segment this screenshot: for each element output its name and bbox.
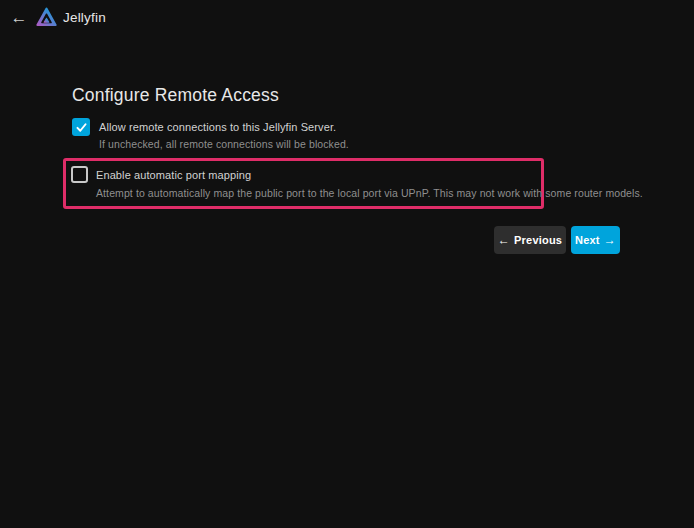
back-button[interactable]: ← (6, 5, 32, 31)
right-arrow-icon: → (604, 234, 616, 246)
previous-button[interactable]: ← Previous (494, 226, 566, 254)
remote-access-setup-page: ← Jellyfin Configure Remote Access Allow… (0, 0, 694, 528)
brand-name: Jellyfin (63, 10, 106, 25)
remote-connections-label[interactable]: Allow remote connections to this Jellyfi… (99, 121, 336, 133)
next-button[interactable]: Next → (571, 226, 620, 254)
highlight-annotation-box (63, 158, 544, 209)
back-arrow-icon: ← (11, 8, 28, 28)
jellyfin-logo-icon (36, 7, 57, 28)
page-title: Configure Remote Access (72, 85, 279, 106)
port-mapping-label[interactable]: Enable automatic port mapping (96, 169, 251, 181)
brand-header: Jellyfin (36, 7, 106, 28)
remote-connections-help-text: If unchecked, all remote connections wil… (99, 138, 349, 150)
remote-connections-checkbox[interactable] (72, 118, 90, 136)
port-mapping-checkbox[interactable] (71, 166, 88, 183)
left-arrow-icon: ← (498, 234, 510, 246)
checkmark-icon (75, 121, 88, 134)
previous-button-label: Previous (514, 234, 562, 246)
port-mapping-help-text: Attempt to automatically map the public … (96, 187, 643, 199)
next-button-label: Next (575, 234, 600, 246)
